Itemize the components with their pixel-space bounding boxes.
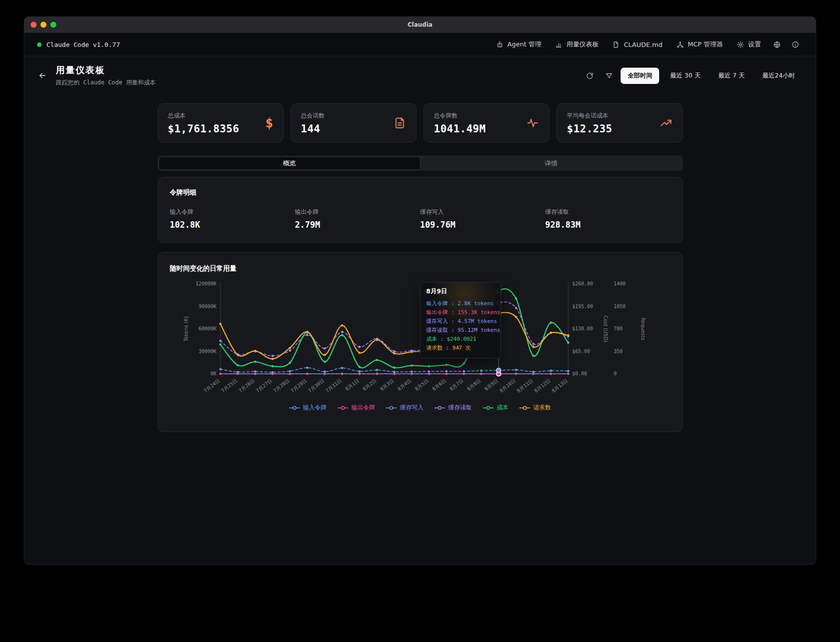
token-col-cache-write: 缓存写入 109.76M: [420, 208, 545, 230]
svg-text:7月27日: 7月27日: [255, 378, 273, 394]
status-dot-icon: [37, 42, 42, 47]
filter-button[interactable]: [601, 68, 617, 83]
tab-overview[interactable]: 概览: [159, 157, 421, 170]
svg-text:$130.00: $130.00: [572, 326, 593, 331]
stat-label: 平均每会话成本: [567, 112, 612, 120]
range-last-24-hours[interactable]: 最近24小时: [756, 68, 802, 84]
token-label: 输入令牌: [170, 208, 295, 216]
page-header: 用量仪表板 跟踪您的 Claude Code 用量和成本 全部时间 最近 30 …: [24, 56, 816, 97]
svg-text:Requests: Requests: [640, 318, 646, 340]
token-label: 输出令牌: [295, 208, 420, 216]
nav-label: CLAUDE.md: [624, 41, 662, 48]
info-button[interactable]: [788, 37, 803, 52]
chart-tooltip: 8月9日 输入令牌 : 2.8K tokens输出令牌 : 155.3K tok…: [420, 282, 501, 359]
tooltip-row: 成本 : $240.0021: [426, 335, 495, 344]
legend-item[interactable]: 缓存读取: [434, 403, 472, 412]
svg-text:8月9日: 8月9日: [483, 378, 499, 392]
bot-icon: [496, 41, 504, 48]
legend-line-icon: [434, 405, 445, 410]
info-icon: [792, 41, 799, 48]
token-breakdown-card: 令牌明细 输入令牌 102.8K 输出令牌 2.79M 缓存写入 109.76M…: [158, 177, 683, 243]
activity-icon: [526, 117, 539, 129]
svg-text:1400: 1400: [614, 281, 626, 286]
tooltip-rows: 输入令牌 : 2.8K tokens输出令牌 : 155.3K tokens缓存…: [426, 299, 495, 353]
legend-item[interactable]: 请求数: [519, 403, 551, 412]
filter-icon: [605, 72, 613, 80]
legend-label: 输出令牌: [351, 403, 375, 412]
legend-line-icon: [483, 405, 494, 410]
legend-label: 请求数: [533, 403, 551, 412]
legend-label: 输入令牌: [303, 403, 327, 412]
svg-text:90000K: 90000K: [199, 304, 216, 309]
svg-text:7月25日: 7月25日: [220, 378, 239, 394]
sessions-icon: [393, 117, 406, 129]
svg-text:0: 0: [614, 371, 617, 376]
globe-icon: [773, 41, 781, 48]
refresh-button[interactable]: [582, 68, 597, 83]
brand-label: Claude Code v1.0.77: [46, 41, 120, 48]
stat-value: $1,761.8356: [168, 123, 240, 135]
zoom-button[interactable]: [50, 22, 56, 28]
svg-text:$0.00: $0.00: [572, 371, 587, 376]
nav-label: MCP 管理器: [688, 40, 723, 49]
legend-item[interactable]: 输入令牌: [289, 403, 327, 412]
svg-text:8月12日: 8月12日: [533, 378, 551, 394]
stat-card-total-cost: 总成本 $1,761.8356 $: [158, 103, 284, 143]
token-col-cache-read: 缓存读取 928.83M: [545, 208, 670, 230]
tooltip-row: 缓存读取 : 95.12M tokens: [426, 326, 495, 335]
chart-legend: 输入令牌输出令牌缓存写入缓存读取成本请求数: [170, 403, 671, 412]
token-grid: 输入令牌 102.8K 输出令牌 2.79M 缓存写入 109.76M 缓存读取…: [170, 208, 671, 230]
tooltip-row: 输出令牌 : 155.3K tokens: [426, 308, 495, 317]
svg-text:350: 350: [614, 349, 623, 354]
svg-text:Tokens (K): Tokens (K): [183, 316, 189, 342]
token-label: 缓存读取: [545, 208, 670, 216]
refresh-icon: [586, 72, 593, 80]
svg-text:0K: 0K: [210, 371, 216, 376]
legend-line-icon: [386, 405, 397, 410]
legend-label: 成本: [497, 403, 508, 412]
page-title: 用量仪表板: [56, 64, 156, 76]
range-last-30-days[interactable]: 最近 30 天: [663, 68, 707, 84]
titlebar: Claudia: [24, 17, 816, 33]
svg-text:7月26日: 7月26日: [238, 378, 256, 394]
nav-settings[interactable]: 设置: [731, 36, 766, 53]
arrow-left-icon: [38, 71, 47, 80]
close-button[interactable]: [31, 22, 37, 28]
legend-item[interactable]: 成本: [483, 403, 508, 412]
tab-bar: 概览 详情: [158, 156, 683, 171]
nav-usage-dashboard[interactable]: 用量仪表板: [549, 36, 604, 53]
content: 总成本 $1,761.8356 $ 总会话数 144 总令牌数 1041.49M: [158, 103, 683, 432]
brand: Claude Code v1.0.77: [37, 41, 120, 48]
stat-value: $12.235: [567, 123, 612, 135]
nav-label: Agent 管理: [507, 40, 542, 49]
legend-item[interactable]: 输出令牌: [337, 403, 375, 412]
nav-claude-md[interactable]: CLAUDE.md: [607, 37, 668, 52]
legend-item[interactable]: 缓存写入: [386, 403, 423, 412]
trend-up-icon: [660, 117, 672, 129]
legend-line-icon: [289, 405, 300, 410]
svg-text:8月6日: 8月6日: [431, 378, 447, 392]
legend-label: 缓存写入: [400, 403, 423, 412]
nav-label: 用量仪表板: [566, 40, 598, 49]
range-all-time[interactable]: 全部时间: [621, 68, 659, 84]
svg-text:120000K: 120000K: [196, 281, 216, 286]
window-title: Claudia: [408, 21, 432, 28]
token-value: 102.8K: [170, 220, 295, 230]
svg-text:60000K: 60000K: [199, 326, 216, 331]
stat-label: 总成本: [168, 112, 240, 120]
svg-text:30000K: 30000K: [199, 349, 216, 354]
minimize-button[interactable]: [41, 22, 46, 28]
traffic-lights: [31, 17, 56, 33]
svg-text:7月24日: 7月24日: [203, 378, 221, 394]
svg-text:8月1日: 8月1日: [344, 378, 360, 392]
token-breakdown-title: 令牌明细: [170, 188, 671, 197]
back-button[interactable]: [38, 71, 47, 80]
svg-text:$195.00: $195.00: [572, 304, 593, 309]
network-icon: [676, 41, 684, 48]
nav-mcp-manager[interactable]: MCP 管理器: [671, 36, 728, 53]
globe-button[interactable]: [769, 37, 785, 52]
range-last-7-days[interactable]: 最近 7 天: [712, 68, 752, 84]
nav-agent-manager[interactable]: Agent 管理: [491, 36, 547, 53]
svg-text:8月2日: 8月2日: [362, 378, 378, 392]
tab-details[interactable]: 详情: [420, 157, 682, 170]
